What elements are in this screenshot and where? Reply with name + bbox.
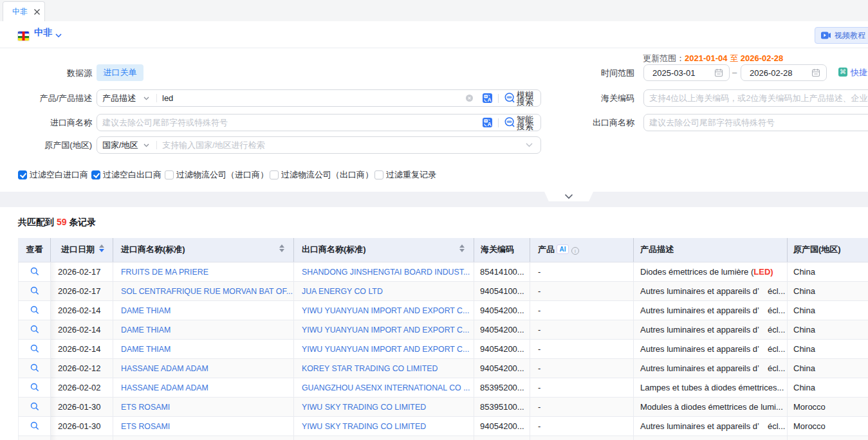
svg-text:A: A xyxy=(488,121,492,127)
svg-text:A: A xyxy=(488,96,492,103)
